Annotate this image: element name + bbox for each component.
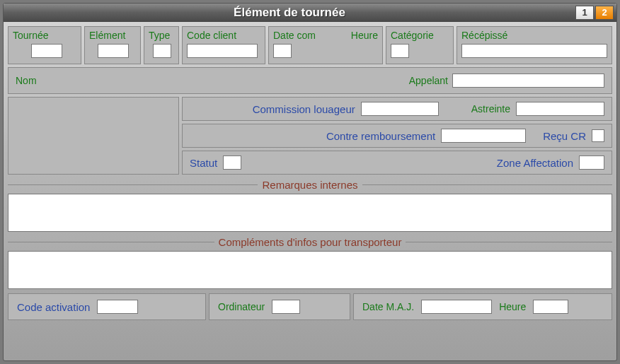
type-cell: Type	[144, 26, 179, 64]
code-activation-field[interactable]	[97, 300, 138, 314]
middle-row: Commission louageur Astreinte Contre rem…	[8, 97, 612, 175]
nom-label: Nom	[16, 75, 37, 86]
statut-zone-bar: Statut Zone Affectation	[182, 151, 612, 175]
complements-textarea[interactable]	[8, 251, 612, 289]
titlebar: Élément de tournée 1 2	[4, 4, 616, 22]
date-heure-cell: Date com Heure	[268, 26, 383, 64]
heure-label: Heure	[351, 30, 378, 41]
recepisse-field[interactable]	[461, 44, 607, 58]
appelant-field[interactable]	[452, 74, 604, 88]
nom-appelant-row: Nom Appelant	[8, 67, 612, 94]
ordinateur-label: Ordinateur	[218, 301, 265, 312]
tournee-field[interactable]	[31, 44, 62, 58]
code-client-label: Code client	[187, 30, 260, 41]
astreinte-label: Astreinte	[471, 103, 510, 115]
pager: 1 2	[575, 6, 616, 20]
remarques-textarea[interactable]	[8, 194, 612, 232]
date-maj-cell: Date M.A.J. Heure	[353, 293, 612, 320]
footer-heure-label: Heure	[499, 301, 526, 312]
tournee-label: Tournée	[13, 30, 76, 41]
contre-remb-label: Contre remboursement	[326, 130, 435, 142]
code-client-cell: Code client	[182, 26, 265, 64]
commission-label: Commission louageur	[253, 103, 355, 115]
element-cell: Elément	[84, 26, 141, 64]
code-activation-label: Code activation	[17, 301, 90, 313]
window-title: Élément de tournée	[4, 6, 575, 20]
date-com-field[interactable]	[273, 44, 292, 58]
date-com-label: Date com	[273, 30, 348, 41]
recu-cr-label: Reçu CR	[543, 130, 586, 142]
zone-affect-field[interactable]	[579, 155, 604, 170]
complements-heading: Compléments d'infos pour transporteur	[8, 236, 612, 248]
contre-remb-bar: Contre remboursement Reçu CR	[182, 124, 612, 148]
date-maj-field[interactable]	[421, 300, 492, 314]
zone-affect-label: Zone Affectation	[497, 157, 573, 169]
footer-heure-field[interactable]	[533, 300, 568, 314]
header-row: Tournée Elément Type Code client Date co…	[8, 26, 612, 64]
statut-field[interactable]	[223, 155, 241, 170]
appelant-label: Appelant	[409, 75, 448, 86]
type-field[interactable]	[153, 44, 171, 58]
ordinateur-field[interactable]	[272, 300, 300, 314]
commission-field[interactable]	[361, 102, 439, 116]
recu-cr-checkbox[interactable]	[592, 129, 604, 142]
categorie-field[interactable]	[391, 44, 409, 58]
element-label: Elément	[89, 30, 136, 41]
footer-row: Code activation Ordinateur Date M.A.J. H…	[8, 293, 612, 320]
remarques-title: Remarques internes	[262, 179, 357, 191]
window: Élément de tournée 1 2 Tournée Elément T…	[3, 3, 617, 361]
recepisse-label: Récépissé	[461, 30, 607, 41]
ordinateur-cell: Ordinateur	[209, 293, 350, 320]
code-client-field[interactable]	[187, 44, 258, 58]
page-2-button[interactable]: 2	[595, 6, 614, 20]
remarques-heading: Remarques internes	[8, 179, 612, 191]
right-panel: Commission louageur Astreinte Contre rem…	[182, 97, 612, 175]
type-label: Type	[149, 30, 174, 41]
commission-astreinte-bar: Commission louageur Astreinte	[182, 97, 612, 121]
form-body: Tournée Elément Type Code client Date co…	[4, 22, 616, 360]
left-panel	[8, 97, 179, 175]
page-1-button[interactable]: 1	[575, 6, 594, 20]
statut-label: Statut	[190, 157, 217, 169]
categorie-cell: Catégorie	[386, 26, 454, 64]
complements-title: Compléments d'infos pour transporteur	[219, 236, 402, 248]
categorie-label: Catégorie	[391, 30, 449, 41]
element-field[interactable]	[98, 44, 129, 58]
tournee-cell: Tournée	[8, 26, 81, 64]
recepisse-cell: Récépissé	[457, 26, 612, 64]
code-activation-cell: Code activation	[8, 293, 206, 320]
astreinte-field[interactable]	[516, 102, 604, 116]
contre-remb-field[interactable]	[441, 129, 526, 143]
date-maj-label: Date M.A.J.	[362, 301, 414, 312]
